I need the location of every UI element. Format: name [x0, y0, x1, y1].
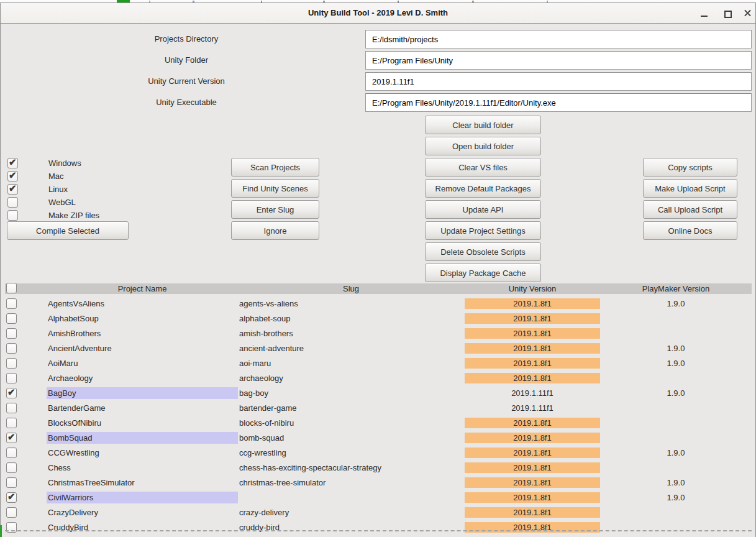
project-name-cell: AgentsVsAliens — [47, 298, 238, 310]
build-action-button[interactable]: Remove Default Packages — [425, 179, 541, 198]
table-row[interactable]: CCGWrestling ccg-wrestling 2019.1.8f1 1.… — [0, 446, 756, 461]
playmaker-version-cell: 1.9.0 — [608, 357, 744, 369]
row-checkbox[interactable] — [6, 298, 17, 309]
slug-cell: cruddy-bird — [239, 521, 463, 533]
playmaker-version-cell — [608, 313, 744, 324]
platform-checkbox[interactable] — [7, 197, 18, 208]
slug-cell: amish-brothers — [239, 328, 463, 339]
minimize-button[interactable] — [696, 3, 713, 23]
row-checkbox[interactable] — [6, 373, 17, 383]
maximize-icon — [724, 11, 732, 18]
build-action-button[interactable]: Delete Obsolete Scripts — [425, 242, 541, 261]
table-row[interactable]: BartenderGame bartender-game 2019.1.11f1 — [0, 401, 756, 416]
unity-version-cell: 2019.1.8f1 — [465, 492, 600, 503]
build-action-button[interactable]: Clear build folder — [425, 116, 541, 134]
row-checkbox[interactable] — [6, 403, 17, 413]
background-green-edge — [0, 525, 2, 537]
table-row[interactable]: CruddyBird cruddy-bird 2019.1.8f1 — [0, 520, 756, 535]
unity-version-cell: 2019.1.8f1 — [465, 313, 600, 324]
project-action-button[interactable]: Scan Projects — [231, 158, 319, 177]
row-checkbox[interactable] — [6, 433, 17, 443]
platform-label: Linux — [48, 185, 68, 194]
build-action-button[interactable]: Update API — [425, 200, 541, 219]
row-checkbox[interactable] — [6, 448, 17, 458]
project-action-button[interactable]: Find Unity Scenes — [231, 179, 319, 198]
column-header-unity-version: Unity Version — [465, 283, 600, 294]
row-checkbox[interactable] — [6, 492, 17, 503]
playmaker-version-cell — [608, 432, 744, 444]
row-checkbox[interactable] — [6, 388, 17, 398]
settings-form: Projects Directory Unity Folder Unity Cu… — [0, 29, 756, 113]
upload-action-button[interactable]: Call Upload Script — [643, 200, 737, 219]
platform-checkbox[interactable] — [7, 171, 18, 181]
table-row[interactable]: BagBoy bag-boy 2019.1.11f1 1.9.0 — [0, 386, 756, 401]
upload-action-button[interactable]: Copy scripts — [643, 158, 737, 177]
unity-version-cell: 2019.1.8f1 — [465, 328, 600, 339]
row-checkbox[interactable] — [6, 358, 17, 369]
table-row[interactable]: AgentsVsAliens agents-vs-aliens 2019.1.8… — [0, 296, 756, 311]
table-row[interactable]: ChristmasTreeSimulator christmas-tree-si… — [0, 475, 756, 490]
platform-row: Linux — [7, 184, 99, 195]
project-name-cell: Archaeology — [47, 372, 238, 384]
playmaker-version-cell: 1.9.0 — [608, 447, 744, 459]
row-checkbox[interactable] — [6, 462, 17, 473]
project-name-cell: ChristmasTreeSimulator — [47, 477, 238, 489]
table-row[interactable]: Chess chess-has-exciting-spectacular-str… — [0, 461, 756, 475]
column-header-slug: Slug — [239, 283, 463, 294]
playmaker-version-cell — [608, 417, 744, 429]
build-action-button[interactable]: Open build folder — [425, 137, 541, 155]
column-header-project-name: Project Name — [47, 283, 238, 294]
table-row[interactable]: CivilWarriors 2019.1.8f1 1.9.0 — [0, 490, 756, 505]
project-name-cell: CrazyDelivery — [47, 507, 238, 518]
platform-checkbox[interactable] — [7, 184, 18, 195]
table-row[interactable]: AncientAdventure ancient-adventure 2019.… — [0, 341, 756, 356]
table-row[interactable]: BombSquad bomb-squad 2019.1.8f1 — [0, 431, 756, 446]
platform-row: WebGL — [7, 197, 99, 208]
platform-checkbox[interactable] — [7, 210, 18, 221]
playmaker-version-cell — [608, 402, 744, 414]
playmaker-version-cell — [608, 521, 744, 533]
slug-cell: bartender-game — [239, 402, 463, 414]
unity-executable-input[interactable] — [365, 93, 752, 112]
project-name-cell: BlocksOfNibiru — [47, 417, 238, 429]
build-action-button[interactable]: Clear VS files — [425, 158, 541, 177]
table-row[interactable]: Archaeology archaeology 2019.1.8f1 — [0, 371, 756, 386]
row-checkbox[interactable] — [6, 418, 17, 428]
row-checkbox[interactable] — [6, 477, 17, 488]
platform-checkbox[interactable] — [7, 158, 18, 168]
project-name-cell: BagBoy — [47, 387, 238, 399]
table-row[interactable]: AlphabetSoup alphabet-soup 2019.1.8f1 — [0, 311, 756, 326]
select-all-checkbox[interactable] — [6, 283, 17, 293]
row-checkbox[interactable] — [6, 507, 17, 518]
upload-action-button[interactable]: Make Upload Script — [643, 179, 737, 198]
playmaker-version-cell: 1.9.0 — [608, 387, 744, 399]
row-checkbox[interactable] — [6, 328, 17, 339]
slug-cell: ccg-wrestling — [239, 447, 463, 459]
build-action-button[interactable]: Display Package Cache — [425, 264, 541, 282]
unity-current-version-input[interactable] — [365, 72, 752, 91]
close-button[interactable] — [740, 3, 756, 23]
slug-cell: ancient-adventure — [239, 342, 463, 354]
row-checkbox[interactable] — [6, 313, 17, 324]
row-checkbox[interactable] — [6, 343, 17, 354]
playmaker-version-cell: 1.9.0 — [608, 477, 744, 489]
project-action-button[interactable]: Ignore — [231, 221, 319, 240]
list-focus-dashed-border — [5, 530, 752, 531]
platform-label: WebGL — [48, 198, 76, 207]
project-name-cell: AmishBrothers — [47, 328, 238, 339]
unity-version-cell: 2019.1.8f1 — [465, 343, 600, 354]
table-row[interactable]: BlocksOfNibiru blocks-of-nibiru 2019.1.8… — [0, 416, 756, 431]
project-table: AgentsVsAliens agents-vs-aliens 2019.1.8… — [0, 296, 756, 535]
playmaker-version-cell — [608, 507, 744, 518]
table-row[interactable]: AoiMaru aoi-maru 2019.1.8f1 1.9.0 — [0, 356, 756, 371]
compile-selected-button[interactable]: Compile Selected — [7, 221, 129, 240]
project-action-button[interactable]: Enter Slug — [231, 200, 319, 219]
build-action-button[interactable]: Update Project Settings — [425, 221, 541, 240]
unity-folder-input[interactable] — [365, 51, 752, 70]
table-row[interactable]: CrazyDelivery crazy-delivery 2019.1.8f1 — [0, 505, 756, 520]
projects-directory-input[interactable] — [365, 30, 752, 48]
upload-action-button[interactable]: Online Docs — [643, 221, 737, 240]
project-name-cell: BombSquad — [47, 432, 238, 444]
maximize-button[interactable] — [719, 3, 736, 23]
table-row[interactable]: AmishBrothers amish-brothers 2019.1.8f1 — [0, 326, 756, 341]
